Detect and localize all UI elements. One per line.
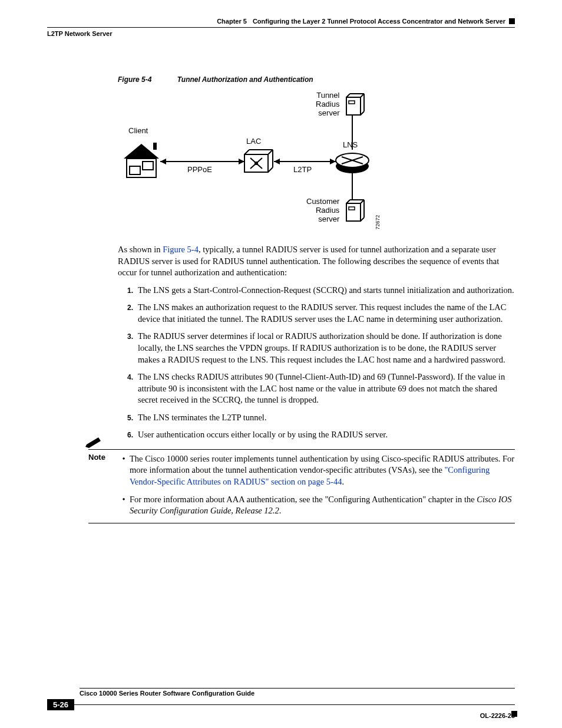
steps-list: 1.The LNS gets a Start-Control-Connectio… — [118, 285, 515, 441]
note-text: For more information about AAA authentic… — [130, 494, 515, 517]
intro-before: As shown in — [118, 245, 163, 254]
step-text: The LNS checks RADIUS attributes 90 (Tun… — [138, 371, 515, 406]
list-item: 6.User authentication occurs either loca… — [118, 429, 515, 441]
step-text: The LNS gets a Start-Control-Connection-… — [138, 285, 514, 297]
list-item: • For more information about AAA authent… — [118, 494, 515, 517]
svg-marker-18 — [274, 159, 280, 164]
chapter-prefix: Chapter 5 — [217, 18, 247, 25]
svg-rect-25 — [346, 97, 361, 115]
figure-title: Tunnel Authorization and Authentication — [177, 75, 313, 84]
step-number: 5. — [118, 412, 133, 424]
header-ornament-icon — [509, 18, 515, 24]
document-id: OL-2226-23 — [480, 712, 515, 719]
svg-line-13 — [268, 167, 273, 172]
note-pencil-icon — [85, 436, 102, 452]
svg-rect-4 — [153, 143, 157, 150]
chapter-title: Configuring the Layer 2 Tunnel Protocol … — [253, 18, 505, 25]
label-client: Client — [128, 126, 148, 135]
list-item: 4.The LNS checks RADIUS attributes 90 (T… — [118, 371, 515, 406]
step-text: The LNS terminates the L2TP tunnel. — [138, 412, 267, 424]
svg-rect-33 — [346, 203, 361, 221]
note-block: Note • The Cisco 10000 series router imp… — [118, 449, 515, 523]
running-header: Chapter 5 Configuring the Layer 2 Tunnel… — [47, 18, 515, 25]
note-text: The Cisco 10000 series router implements… — [130, 453, 515, 488]
svg-line-10 — [268, 150, 273, 154]
page-footer: Cisco 10000 Series Router Software Confi… — [47, 688, 515, 710]
step-text: User authentication occurs either locall… — [138, 429, 388, 441]
list-item: 3.The RADIUS server determines if local … — [118, 331, 515, 365]
step-text: The LNS makes an authorization request t… — [138, 302, 515, 325]
svg-rect-3 — [143, 162, 153, 170]
step-number: 2. — [118, 302, 133, 325]
note-bullets: • The Cisco 10000 series router implemen… — [118, 453, 515, 517]
step-number: 6. — [118, 429, 133, 441]
page-number-badge: 5-26 — [47, 699, 74, 710]
label-lns: LNS — [343, 140, 358, 149]
figure-number: Figure 5-4 — [118, 75, 151, 84]
figure-diagram: Client LAC LNS PPPoE L2TP Tunnel Radius … — [118, 91, 395, 232]
footer-rule — [80, 688, 515, 689]
step-text: The RADIUS server determines if local or… — [138, 331, 515, 365]
list-item: 2.The LNS makes an authorization request… — [118, 302, 515, 325]
label-lac: LAC — [246, 137, 261, 146]
svg-rect-2 — [130, 166, 140, 174]
main-content: Figure 5-4 Tunnel Authorization and Auth… — [118, 75, 515, 523]
figure-caption: Figure 5-4 Tunnel Authorization and Auth… — [118, 75, 515, 84]
section-heading: L2TP Network Server — [47, 30, 515, 37]
footer-ornament-icon — [511, 711, 517, 717]
bullet-icon: • — [118, 453, 130, 488]
svg-marker-40 — [85, 437, 101, 448]
diagram-svg — [118, 91, 395, 232]
svg-marker-19 — [330, 159, 336, 164]
header-rule — [47, 27, 515, 28]
page: Chapter 5 Configuring the Layer 2 Tunnel… — [0, 0, 562, 728]
footer-tail-rule — [74, 704, 515, 705]
step-number: 1. — [118, 285, 133, 297]
figure-reference-link[interactable]: Figure 5-4 — [163, 245, 199, 254]
svg-marker-7 — [239, 159, 244, 164]
label-l2tp: L2TP — [293, 165, 312, 174]
list-item: 1.The LNS gets a Start-Control-Connectio… — [118, 285, 515, 297]
label-diagram-id: 72672 — [375, 215, 381, 229]
note-bottom-rule — [88, 523, 515, 523]
intro-paragraph: As shown in Figure 5-4, typically, a tun… — [118, 244, 515, 279]
list-item: 5.The LNS terminates the L2TP tunnel. — [118, 412, 515, 424]
label-pppoe: PPPoE — [187, 165, 212, 174]
label-tunnel-radius: Tunnel Radius server — [316, 91, 339, 117]
svg-marker-6 — [160, 159, 166, 164]
list-item: • The Cisco 10000 series router implemen… — [118, 453, 515, 488]
bullet-icon: • — [118, 494, 130, 517]
note-top-rule — [88, 449, 515, 450]
footer-row: 5-26 OL-2226-23 — [47, 699, 515, 710]
note-label: Note — [88, 453, 105, 462]
svg-line-9 — [244, 150, 249, 154]
step-number: 3. — [118, 331, 133, 365]
footer-guide-title: Cisco 10000 Series Router Software Confi… — [80, 690, 515, 697]
step-number: 4. — [118, 371, 133, 406]
label-customer-radius: Customer Radius server — [306, 197, 339, 223]
